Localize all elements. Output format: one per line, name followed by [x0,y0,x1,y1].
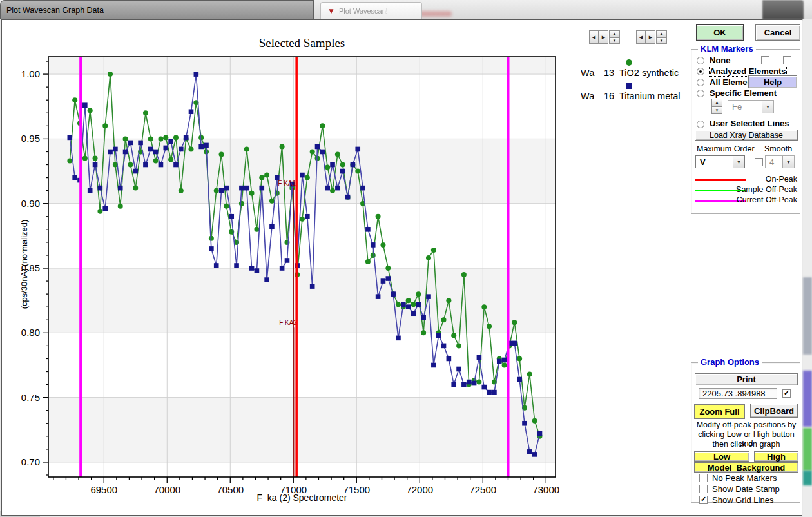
current-off-peak-label: Current Off-Peak [726,195,797,204]
svg-text:72000: 72000 [406,484,433,495]
background-edge-segment [803,277,812,355]
help-button[interactable]: Help [748,75,797,88]
on-peak-line-swatch [695,179,746,181]
cursor-coords-field[interactable]: 2205.73 .894988 [699,388,777,399]
spectro2-right-button[interactable]: ▶ [646,30,655,44]
smooth-dropdown[interactable]: 4 ▼ [765,155,795,168]
plot-wavescan-dialog: ▼ Plot Wavescan! Plot Wavescan Graph Dat… [0,0,812,517]
maximum-order-dropdown[interactable]: V ▼ [695,155,745,168]
klm-extra-checkbox-2[interactable] [783,56,791,64]
maximum-order-label: Maximum Order [697,144,755,153]
spinner-up-icon[interactable]: ▲ [711,99,722,106]
background-tab-plot-wavescan[interactable]: ▼ Plot Wavescan! [320,2,422,19]
legend-sample-2: Wa 16 Titanium metal [581,91,684,102]
svg-text:70500: 70500 [217,484,244,495]
model-background-button[interactable]: Model Background [694,462,798,473]
svg-text:0.85: 0.85 [21,262,40,273]
svg-text:71500: 71500 [343,484,370,495]
svg-text:69500: 69500 [90,484,117,495]
show-grid-lines-checkbox[interactable] [699,496,708,504]
show-date-stamp-label: Show Date Stamp [712,484,780,494]
klm-specific-label: Specific Element [710,88,777,98]
background-edge-segment [803,428,812,471]
spectro1-right-button[interactable]: ▶ [599,30,608,44]
sample-number: 16 [604,91,619,102]
svg-text:0.75: 0.75 [21,392,40,403]
ok-button[interactable]: OK [696,24,744,41]
cancel-button[interactable]: Cancel [755,24,800,41]
klm-none-radio[interactable] [697,57,704,64]
svg-text:F KA2: F KA2 [279,319,297,326]
high-button[interactable]: High [754,451,798,462]
spinner-up-icon[interactable]: ▲ [609,30,620,37]
low-button[interactable]: Low [694,451,749,462]
svg-text:0.95: 0.95 [21,133,40,144]
smooth-value: 4 [766,156,782,168]
coords-track-checkbox[interactable] [782,389,791,398]
sample-number: 13 [604,68,619,79]
print-button[interactable]: Print [695,373,798,385]
chevron-down-icon: ▼ [782,156,794,168]
clipboard-button[interactable]: ClipBoard [750,404,798,418]
wavescan-tab-icon: ▼ [327,6,335,15]
element-spinner[interactable]: ▲ ▼ [711,99,722,114]
svg-text:0.70: 0.70 [21,456,40,467]
smooth-checkbox[interactable] [755,158,763,166]
svg-text:71000: 71000 [280,484,307,495]
background-window-control [762,0,804,19]
offpeak-hint-line1: Modify off-peak positions by [693,420,800,429]
dialog-title: Plot Wavescan Graph Data [1,6,104,15]
graph-options-group: Graph Options Print 2205.73 .894988 Zoom… [691,362,800,503]
spinner-down-icon[interactable]: ▼ [656,37,667,44]
zoom-full-button[interactable]: Zoom Full [694,404,745,419]
offpeak-hint-line3: then click on graph [693,440,800,449]
sample-set: Wa [581,91,604,102]
klm-markers-group: KLM Markers None Analyzed Elements All E… [691,49,800,214]
dialog-titlebar[interactable]: Plot Wavescan Graph Data [0,0,314,19]
klm-none-label: None [710,55,731,65]
on-peak-label: On-Peak [746,175,797,184]
svg-text:73000: 73000 [532,484,559,495]
sample-name: TiO2 synthetic [619,68,679,79]
maximum-order-value: V [696,156,733,168]
background-tab-label: Plot Wavescan! [339,7,388,15]
klm-markers-title: KLM Markers [698,44,756,54]
user-lines-radio[interactable] [697,121,704,128]
show-date-stamp-checkbox[interactable] [699,485,708,493]
no-peak-markers-checkbox[interactable] [699,474,708,482]
svg-text:F KA1: F KA1 [278,180,296,187]
background-window-edge [803,19,812,517]
no-peak-markers-label: No Peak Markers [712,473,777,483]
spectro2-spinner[interactable]: ▲ ▼ [656,30,667,44]
background-edge-segment [803,471,812,485]
klm-all-radio[interactable] [697,79,704,86]
klm-analyzed-radio[interactable] [697,68,704,75]
klm-analyzed-label: Analyzed Elements [710,66,786,76]
chevron-down-icon: ▼ [733,156,744,168]
svg-text:1.00: 1.00 [21,68,40,79]
spectro2-left-button[interactable]: ◀ [636,30,646,44]
spinner-down-icon[interactable]: ▼ [609,37,620,44]
spinner-down-icon[interactable]: ▼ [711,106,722,114]
chevron-down-icon: ▼ [762,101,773,113]
spinner-up-icon[interactable]: ▲ [656,30,667,37]
show-grid-lines-label: Show Grid Lines [712,495,773,505]
svg-text:0.90: 0.90 [21,198,40,209]
legend-sample-1: Wa 13 TiO2 synthetic [581,68,684,79]
spectro1-spinner[interactable]: ▲ ▼ [609,30,620,44]
sample-set: Wa [581,68,604,79]
load-xray-database-button[interactable]: Load Xray Database [695,130,798,141]
background-edge-segment [803,371,812,427]
klm-extra-checkbox-1[interactable] [761,56,769,64]
svg-text:70000: 70000 [153,484,180,495]
spectro1-left-button[interactable]: ◀ [589,30,599,44]
user-lines-label: User Selected Lines [710,119,789,128]
klm-specific-radio[interactable] [697,90,704,97]
svg-text:0.80: 0.80 [21,327,40,338]
wavescan-chart[interactable]: F KA1F KA2695007000070500710007150072000… [0,19,574,517]
sample-off-peak-label: Sample Off-Peak [726,185,797,194]
element-dropdown[interactable]: Fe ▼ [728,100,774,113]
legend-square-marker [624,81,634,91]
graph-options-title: Graph Options [698,357,762,367]
svg-text:72500: 72500 [469,484,496,495]
